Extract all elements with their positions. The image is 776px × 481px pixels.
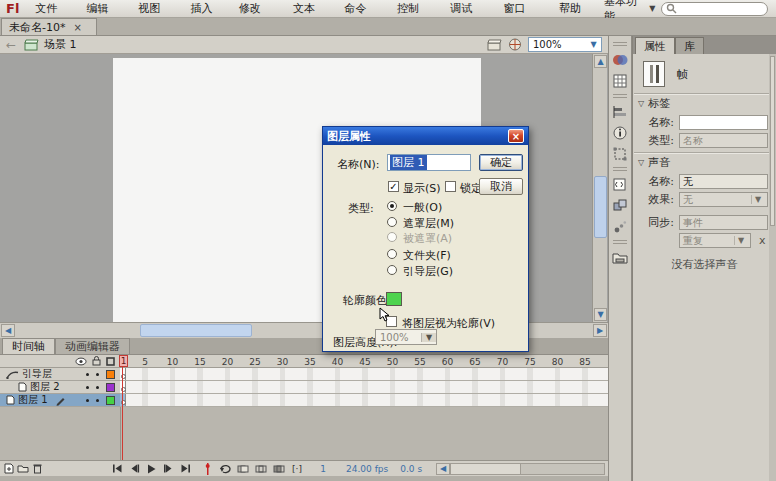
lock-checkbox[interactable]	[445, 181, 456, 192]
horizontal-scroll-thumb[interactable]	[140, 324, 252, 337]
code-snippets-panel-icon[interactable]	[610, 175, 630, 194]
sound-name-select[interactable]: 无	[679, 174, 768, 189]
go-to-first-frame-button[interactable]	[110, 462, 124, 475]
menu-help[interactable]: 帮助(H)	[551, 0, 604, 18]
tab-properties[interactable]: 属性	[635, 37, 675, 54]
go-to-last-frame-button[interactable]	[178, 462, 192, 475]
layer-lock-dot[interactable]	[96, 373, 99, 376]
timeline-scrollbar[interactable]	[450, 463, 605, 475]
menu-view[interactable]: 视图(V)	[130, 0, 182, 18]
panel-grip[interactable]	[613, 42, 627, 46]
menu-insert[interactable]: 插入(I)	[183, 0, 231, 18]
layer-visible-dot[interactable]	[86, 399, 89, 402]
layer-lock-dot[interactable]	[96, 399, 99, 402]
align-panel-icon[interactable]	[610, 102, 630, 121]
timeline-scroll-left-icon[interactable]: ◀	[436, 463, 450, 475]
close-icon[interactable]: ×	[73, 22, 81, 33]
layer-row-guide[interactable]: 引导层	[0, 368, 608, 381]
menu-file[interactable]: 文件(F)	[27, 0, 78, 18]
search-input[interactable]	[661, 2, 768, 16]
radio-folder[interactable]	[387, 249, 397, 259]
vertical-scroll-thumb[interactable]	[594, 176, 607, 238]
cancel-button[interactable]: 取消	[479, 178, 523, 195]
tab-motion-editor[interactable]: 动画编辑器	[55, 338, 130, 354]
layer-color-swatch[interactable]	[106, 370, 115, 379]
panel-grip[interactable]	[613, 240, 627, 244]
scroll-down-icon[interactable]: ▼	[594, 308, 607, 321]
modify-markers-icon[interactable]: [·]	[290, 462, 304, 475]
project-panel-icon[interactable]	[610, 248, 630, 267]
outline-color-swatch[interactable]	[386, 292, 402, 306]
section-label-header[interactable]: ▽ 标签	[633, 95, 776, 112]
tab-library[interactable]: 库	[675, 37, 704, 54]
delete-layer-button[interactable]	[30, 462, 44, 475]
close-icon[interactable]: ×	[508, 129, 524, 143]
layer-color-swatch[interactable]	[106, 396, 115, 405]
document-tab[interactable]: 未命名-10* ×	[1, 18, 97, 35]
motion-presets-panel-icon[interactable]	[610, 217, 630, 236]
back-arrow-icon[interactable]: ←	[6, 38, 16, 52]
scroll-up-icon[interactable]: ▲	[594, 55, 607, 68]
radio-guide[interactable]	[387, 265, 397, 275]
layer-frames[interactable]	[120, 394, 608, 407]
menu-debug[interactable]: 调试(D)	[442, 0, 495, 18]
panel-scroll-thumb[interactable]	[770, 56, 775, 226]
show-hide-layers-icon[interactable]	[75, 357, 87, 366]
section-sound-header[interactable]: ▽ 声音	[633, 154, 776, 171]
layer-row-1-selected[interactable]: 图层 1	[0, 394, 608, 407]
panel-grip[interactable]	[613, 167, 627, 171]
transform-panel-icon[interactable]	[610, 144, 630, 163]
show-checkbox[interactable]: ✓	[388, 181, 399, 192]
edit-multiple-frames-icon[interactable]	[272, 462, 286, 475]
playhead[interactable]: 1	[119, 355, 128, 367]
onion-skin-icon[interactable]	[236, 462, 250, 475]
tab-timeline[interactable]: 时间轴	[2, 338, 55, 354]
menu-commands[interactable]: 命令(C)	[337, 0, 389, 18]
play-button[interactable]	[144, 462, 158, 475]
scroll-right-icon[interactable]: ▶	[593, 324, 607, 337]
empty-keyframe[interactable]	[120, 368, 126, 380]
frame-rate-indicator[interactable]: 24.00 fps	[346, 464, 388, 474]
outline-layers-icon[interactable]	[106, 357, 115, 366]
layer-visible-dot[interactable]	[86, 373, 89, 376]
menu-control[interactable]: 控制(O)	[389, 0, 442, 18]
stage-vertical-scrollbar[interactable]: ▲ ▼	[592, 54, 607, 322]
dialog-title-bar[interactable]: 图层属性 ×	[323, 127, 528, 145]
layer-name-input[interactable]: 图层 1	[387, 154, 471, 171]
menu-window[interactable]: 窗口(W)	[496, 0, 552, 18]
layer-visible-dot[interactable]	[86, 386, 89, 389]
edit-scene-icon[interactable]	[487, 39, 502, 51]
edit-symbol-icon[interactable]	[508, 38, 522, 51]
lock-layers-icon[interactable]	[92, 356, 101, 366]
layer-color-swatch[interactable]	[106, 383, 115, 392]
menu-modify[interactable]: 修改(M)	[231, 0, 285, 18]
scene-label[interactable]: 场景 1	[44, 37, 77, 52]
radio-normal[interactable]	[387, 201, 397, 211]
swatches-panel-icon[interactable]	[610, 71, 630, 90]
stage-zoom-select[interactable]: 100% ▼	[528, 37, 602, 52]
empty-keyframe[interactable]	[120, 381, 126, 393]
color-panel-icon[interactable]	[610, 50, 630, 69]
ok-button[interactable]: 确定	[479, 154, 523, 171]
panel-grip[interactable]	[613, 94, 627, 98]
menu-text[interactable]: 文本(T)	[285, 0, 337, 18]
new-layer-button[interactable]	[2, 462, 16, 475]
scroll-left-icon[interactable]: ◀	[1, 324, 15, 337]
layer-frames[interactable]	[120, 368, 608, 381]
empty-keyframe[interactable]	[120, 394, 126, 406]
layer-frames[interactable]	[120, 381, 608, 394]
layer-row-2[interactable]: 图层 2	[0, 381, 608, 394]
step-back-button[interactable]	[127, 462, 141, 475]
panel-scrollbar[interactable]	[769, 54, 776, 481]
new-folder-button[interactable]	[16, 462, 30, 475]
step-forward-button[interactable]	[161, 462, 175, 475]
onion-skin-outlines-icon[interactable]	[254, 462, 268, 475]
timeline-scroll-thumb[interactable]	[451, 464, 521, 474]
info-panel-icon[interactable]	[610, 123, 630, 142]
loop-icon[interactable]	[218, 462, 232, 475]
label-name-input[interactable]	[679, 115, 768, 130]
components-panel-icon[interactable]	[610, 196, 630, 215]
radio-mask[interactable]	[387, 217, 397, 227]
center-frame-icon[interactable]	[200, 462, 214, 475]
layer-lock-dot[interactable]	[96, 386, 99, 389]
